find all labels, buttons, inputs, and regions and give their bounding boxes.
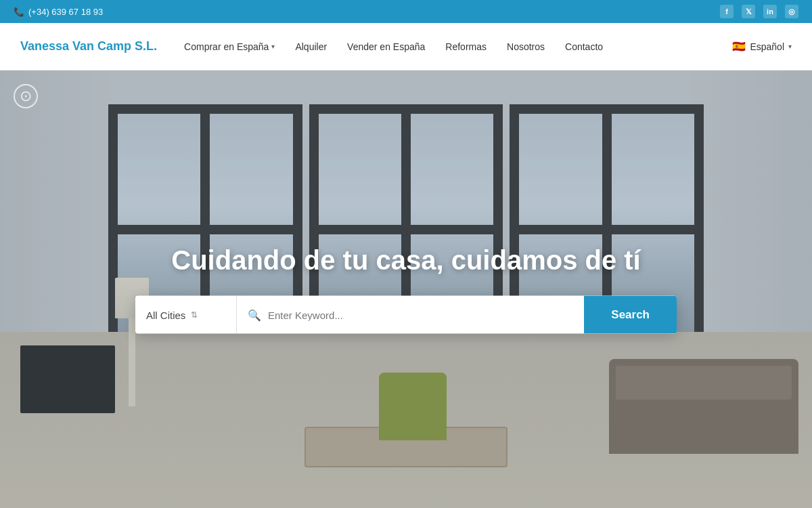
navbar: Vanessa Van Camp S.L. Comprar en España … xyxy=(0,23,812,70)
updown-arrows-icon: ⇅ xyxy=(191,310,198,320)
nav-label-vender: Vender en España xyxy=(347,41,425,52)
cities-dropdown[interactable]: All Cities ⇅ xyxy=(135,296,237,334)
keyword-input[interactable] xyxy=(268,309,573,320)
language-selector[interactable]: 🇪🇸 Español ▾ xyxy=(732,40,792,53)
twitter-icon[interactable]: 𝕏 xyxy=(742,5,755,18)
phone-icon: 📞 xyxy=(14,7,24,17)
site-logo[interactable]: Vanessa Van Camp S.L. xyxy=(20,39,157,54)
user-icon-wrapper: ⊙ xyxy=(14,84,38,108)
keyword-input-wrapper: 🔍 xyxy=(237,296,584,334)
nav-item-reformas[interactable]: Reformas xyxy=(445,41,487,52)
phone-number[interactable]: (+34) 639 67 18 93 xyxy=(28,7,103,17)
topbar-social: f 𝕏 in ◎ xyxy=(720,5,798,18)
chevron-down-icon: ▾ xyxy=(271,43,275,50)
hero-content: Cuidando de tu casa, cuidamos de tí All … xyxy=(135,245,677,334)
nav-label-alquiler: Alquiler xyxy=(295,41,327,52)
topbar: 📞 (+34) 639 67 18 93 f 𝕏 in ◎ xyxy=(0,0,812,23)
search-bar: All Cities ⇅ 🔍 Search xyxy=(135,296,677,334)
lang-chevron-icon: ▾ xyxy=(788,43,792,50)
nav-label-nosotros: Nosotros xyxy=(507,41,545,52)
instagram-icon[interactable]: ◎ xyxy=(785,5,798,18)
hero-title: Cuidando de tu casa, cuidamos de tí xyxy=(135,245,677,276)
search-button[interactable]: Search xyxy=(584,296,677,334)
nav-item-nosotros[interactable]: Nosotros xyxy=(507,41,545,52)
nav-label-comprar: Comprar en España xyxy=(184,41,269,52)
language-label: Español xyxy=(750,41,784,52)
user-avatar-icon[interactable]: ⊙ xyxy=(14,84,38,108)
nav-item-alquiler[interactable]: Alquiler xyxy=(295,41,327,52)
nav-label-reformas: Reformas xyxy=(445,41,487,52)
cities-label: All Cities xyxy=(146,309,185,320)
linkedin-icon[interactable]: in xyxy=(763,5,777,18)
hero-section: ⊙ Cuidando de tu casa, cuidamos de tí Al… xyxy=(0,70,812,508)
topbar-phone: 📞 (+34) 639 67 18 93 xyxy=(14,7,103,17)
nav-item-comprar[interactable]: Comprar en España ▾ xyxy=(184,41,275,52)
nav-item-vender[interactable]: Vender en España xyxy=(347,41,425,52)
search-small-icon: 🔍 xyxy=(248,308,261,321)
nav-links: Comprar en España ▾ Alquiler Vender en E… xyxy=(184,41,732,52)
nav-item-contacto[interactable]: Contacto xyxy=(565,41,603,52)
facebook-icon[interactable]: f xyxy=(720,5,734,18)
nav-label-contacto: Contacto xyxy=(565,41,603,52)
flag-icon: 🇪🇸 xyxy=(732,40,746,53)
